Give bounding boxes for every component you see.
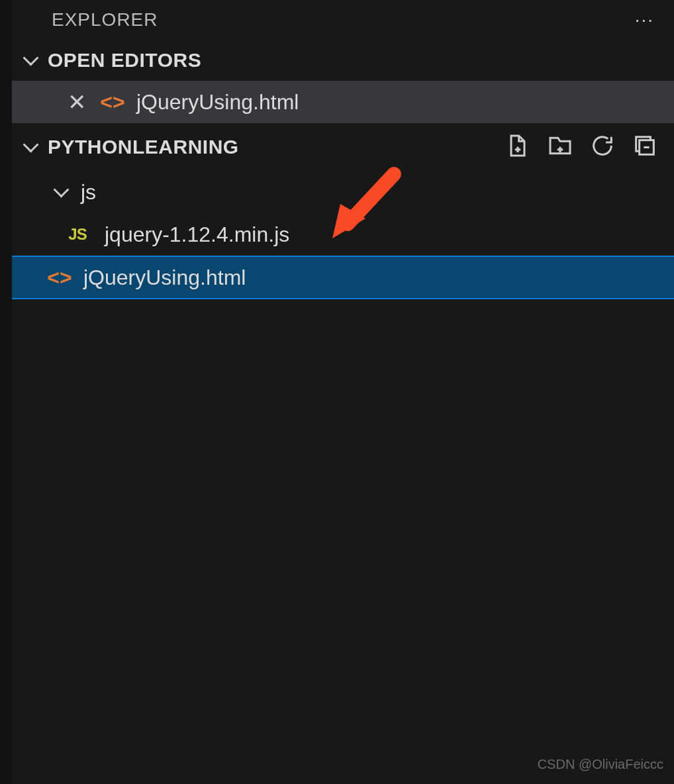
new-file-icon[interactable]	[505, 132, 531, 162]
chevron-down-icon	[21, 51, 40, 70]
close-icon[interactable]: ✕	[65, 89, 89, 115]
explorer-panel: EXPLORER ··· OPEN EDITORS ✕ <> jQueryUsi…	[0, 0, 674, 784]
file-name: jQueryUsing.html	[83, 266, 246, 290]
watermark: CSDN @OliviaFeiccc	[538, 757, 663, 772]
html-file-icon: <>	[99, 90, 126, 115]
folder-name: js	[81, 180, 96, 205]
chevron-down-icon	[21, 138, 40, 156]
chevron-down-icon	[52, 183, 70, 201]
explorer-title: EXPLORER	[52, 9, 158, 30]
new-folder-icon[interactable]	[547, 132, 573, 162]
file-item-html-selected[interactable]: <> jQueryUsing.html	[12, 256, 674, 299]
workspace-header-left: PYTHONLEARNING	[21, 136, 239, 158]
refresh-icon[interactable]	[589, 132, 616, 162]
collapse-all-icon[interactable]	[632, 132, 658, 162]
js-file-icon: JS	[61, 225, 94, 244]
open-editors-header[interactable]: OPEN EDITORS	[12, 40, 674, 81]
workspace-title: PYTHONLEARNING	[48, 136, 239, 158]
file-item-js[interactable]: JS jquery-1.12.4.min.js	[12, 213, 674, 256]
folder-item[interactable]: js	[12, 171, 674, 213]
open-editors-title: OPEN EDITORS	[48, 49, 201, 72]
more-actions-icon[interactable]: ···	[635, 9, 654, 30]
html-file-icon: <>	[46, 266, 73, 290]
open-editor-item[interactable]: ✕ <> jQueryUsing.html	[12, 81, 674, 123]
workspace-actions	[505, 132, 658, 162]
file-name: jquery-1.12.4.min.js	[105, 222, 289, 247]
open-editor-filename: jQueryUsing.html	[136, 90, 299, 115]
explorer-header: EXPLORER ···	[12, 0, 674, 40]
workspace-header[interactable]: PYTHONLEARNING	[12, 123, 674, 171]
